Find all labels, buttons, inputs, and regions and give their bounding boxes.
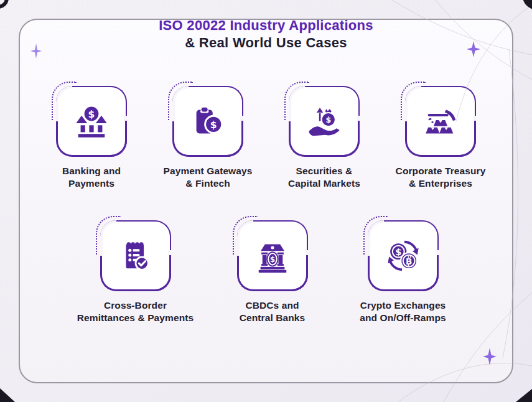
label-line: Remittances & Payments bbox=[77, 312, 194, 324]
card-label: Banking and Payments bbox=[62, 165, 121, 190]
use-case-cross-border-remittances: Cross-Border Remittances & Payments bbox=[70, 220, 201, 324]
label-line: Capital Markets bbox=[288, 177, 360, 190]
icon-tile: $ bbox=[172, 86, 243, 157]
icon-tile bbox=[100, 220, 171, 291]
page-title: ISO 20022 Industry Applications & Real W… bbox=[0, 0, 532, 52]
use-case-crypto-exchanges: $ B Crypto Exchanges and On/Off-Ramps bbox=[344, 220, 462, 324]
tile-border-gap bbox=[240, 116, 243, 121]
receipt-check-icon bbox=[116, 236, 155, 275]
tile-corner-mask bbox=[405, 86, 421, 121]
label-line: Banking and bbox=[62, 165, 121, 177]
label-line: & Enterprises bbox=[396, 177, 486, 190]
svg-text:$: $ bbox=[269, 255, 274, 264]
title-line-1: ISO 20022 Industry Applications bbox=[0, 17, 532, 34]
tile-border-gap bbox=[436, 250, 439, 255]
label-line: and On/Off-Ramps bbox=[360, 312, 446, 324]
tile-corner-mask bbox=[368, 220, 384, 256]
tile-corner-mask bbox=[289, 86, 305, 121]
use-case-banking-payments: $ Banking and Payments bbox=[39, 86, 144, 190]
card-label: Securities & Capital Markets bbox=[288, 165, 360, 190]
icon-tile: $ bbox=[56, 86, 127, 157]
tile-border-gap bbox=[305, 250, 308, 255]
tile-border-gap bbox=[357, 116, 360, 121]
label-line: Securities & bbox=[288, 165, 360, 177]
label-line: Cross-Border bbox=[77, 299, 194, 312]
label-line: Payment Gateways bbox=[164, 165, 253, 177]
card-label: Crypto Exchanges and On/Off-Ramps bbox=[360, 299, 446, 324]
tile-border-gap bbox=[168, 250, 171, 255]
use-case-securities-capital-markets: $ Securities & Capital Markets bbox=[271, 86, 377, 190]
svg-text:$: $ bbox=[325, 115, 331, 124]
bank-dollar-icon: $ bbox=[72, 102, 111, 141]
icon-tile: $ bbox=[237, 220, 308, 291]
icon-tile: $ B bbox=[368, 220, 439, 291]
tile-corner-mask bbox=[56, 86, 72, 121]
tile-border-gap bbox=[473, 116, 476, 121]
tile-corner-mask bbox=[100, 220, 116, 256]
label-line: Payments bbox=[62, 177, 121, 190]
use-case-corporate-treasury: Corporate Treasury & Enterprises bbox=[388, 86, 493, 190]
tile-corner-mask bbox=[172, 86, 189, 121]
card-label: Cross-Border Remittances & Payments bbox=[77, 299, 194, 324]
icon-tile: $ bbox=[289, 86, 360, 157]
use-case-cbdcs-central-banks: $ CBDCs and Central Banks bbox=[220, 220, 325, 324]
label-line: CBDCs and bbox=[240, 299, 306, 312]
hand-money-bag-icon: $ bbox=[305, 102, 343, 141]
label-line: Corporate Treasury bbox=[396, 165, 486, 177]
infographic-page: ISO 20022 Industry Applications & Real W… bbox=[0, 0, 532, 402]
tile-corner-mask bbox=[237, 220, 253, 256]
tile-border-gap bbox=[124, 116, 127, 121]
payment-clipboard-coin-icon: $ bbox=[189, 102, 227, 141]
svg-text:$: $ bbox=[88, 109, 95, 120]
main-panel bbox=[19, 19, 513, 383]
title-line-2: & Real World Use Cases bbox=[0, 34, 532, 52]
icon-tile bbox=[405, 86, 476, 157]
label-line: Central Banks bbox=[240, 312, 306, 324]
use-case-row-1: $ Banking and Payments bbox=[0, 86, 532, 190]
use-case-row-2: Cross-Border Remittances & Payments bbox=[0, 220, 532, 324]
svg-text:$: $ bbox=[395, 247, 401, 257]
card-label: Payment Gateways & Fintech bbox=[164, 165, 253, 190]
card-label: Corporate Treasury & Enterprises bbox=[396, 165, 486, 190]
use-case-payment-gateways: $ Payment Gateways & Fintech bbox=[155, 86, 261, 190]
card-label: CBDCs and Central Banks bbox=[240, 299, 306, 324]
svg-text:$: $ bbox=[210, 119, 217, 131]
bank-building-dollar-icon: $ bbox=[253, 236, 292, 275]
label-line: Crypto Exchanges bbox=[360, 299, 446, 312]
label-line: & Fintech bbox=[164, 177, 253, 190]
gold-bars-pickaxe-icon bbox=[421, 102, 460, 141]
dollar-bitcoin-swap-icon: $ B bbox=[384, 236, 422, 275]
